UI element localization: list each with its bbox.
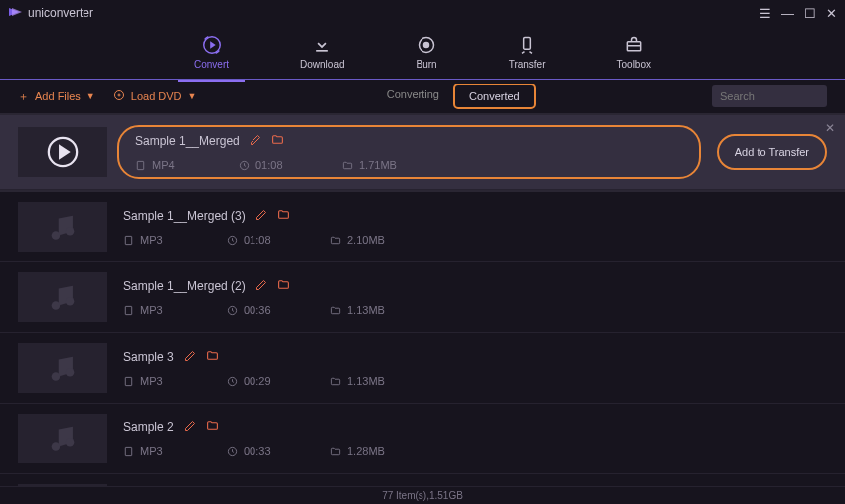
edit-icon[interactable] (255, 279, 267, 294)
item-format: MP3 (123, 304, 181, 316)
item-format: MP3 (123, 234, 181, 246)
maximize-button[interactable]: ☐ (804, 6, 816, 21)
item-name: Sample 1__Merged (3) (123, 209, 246, 223)
edit-icon[interactable] (250, 134, 261, 149)
item-format: MP3 (123, 375, 181, 387)
item-name: Sample 2 (123, 420, 174, 434)
load-dvd-button[interactable]: Load DVD ▼ (113, 89, 197, 103)
tab-converted[interactable]: Converted (453, 84, 536, 109)
svg-point-19 (52, 301, 61, 310)
list-item[interactable]: Sample 2 MP3 00:33 1.28MB (0, 404, 845, 474)
edit-icon[interactable] (255, 209, 267, 224)
download-icon (312, 35, 332, 55)
list-item[interactable]: Sample 3 MP3 00:29 1.13MB (0, 333, 845, 404)
item-duration: 00:29 (227, 375, 284, 387)
svg-rect-21 (125, 306, 131, 314)
item-name: Sample 1__Merged (2) (123, 279, 246, 293)
svg-point-27 (52, 442, 61, 451)
audio-thumbnail[interactable] (18, 414, 107, 463)
chevron-down-icon: ▼ (188, 91, 197, 101)
svg-marker-3 (210, 41, 216, 48)
item-size: 1.71MB (342, 159, 427, 171)
svg-rect-4 (316, 50, 328, 52)
svg-point-15 (52, 231, 61, 240)
svg-rect-7 (524, 38, 531, 50)
list-item[interactable]: Sample 1__Merged (2) MP3 00:36 1.13MB (0, 262, 845, 333)
svg-point-24 (66, 368, 75, 377)
list-item[interactable]: Sample 1 MP3 00:04 140.48KB (0, 474, 845, 486)
nav-label: Toolbox (617, 59, 651, 70)
add-files-label: Add Files (35, 90, 81, 102)
folder-icon[interactable] (206, 349, 219, 365)
svg-point-6 (424, 43, 429, 48)
close-button[interactable]: ✕ (826, 6, 837, 21)
video-thumbnail[interactable] (18, 127, 107, 177)
plus-icon: ＋ (18, 89, 29, 104)
audio-thumbnail[interactable] (18, 484, 107, 486)
list-item[interactable]: Sample 1__Merged (3) MP3 01:08 2.10MB (0, 192, 845, 262)
folder-icon[interactable] (271, 133, 284, 149)
svg-point-28 (66, 438, 75, 447)
nav-burn[interactable]: Burn (409, 31, 445, 74)
app-logo-icon (8, 5, 22, 22)
audio-thumbnail[interactable] (18, 202, 107, 252)
edit-icon[interactable] (184, 420, 196, 435)
toolbar: ＋ Add Files ▼ Load DVD ▼ Converting Conv… (0, 80, 845, 113)
transfer-icon (517, 35, 537, 55)
main-nav: Convert Download Burn Transfer Toolbox (0, 26, 845, 80)
toolbox-icon (624, 35, 644, 55)
svg-rect-13 (137, 161, 143, 169)
nav-label: Convert (194, 59, 229, 70)
item-duration: 01:08 (239, 159, 296, 171)
nav-download[interactable]: Download (292, 31, 352, 74)
nav-label: Transfer (509, 59, 546, 70)
svg-rect-29 (125, 447, 131, 455)
nav-label: Burn (417, 59, 437, 70)
file-list[interactable]: Sample 1__Merged MP4 01:08 1.71MB Add to… (0, 113, 845, 486)
convert-icon (201, 35, 223, 55)
menu-button[interactable]: ☰ (760, 6, 771, 21)
item-size: 1.13MB (330, 304, 416, 316)
svg-rect-17 (125, 236, 131, 244)
add-to-transfer-button[interactable]: Add to Transfer (717, 134, 827, 170)
list-item[interactable]: Sample 1__Merged MP4 01:08 1.71MB Add to… (0, 115, 845, 190)
audio-thumbnail[interactable] (18, 343, 107, 393)
disc-icon (113, 89, 125, 103)
burn-icon (417, 35, 436, 55)
close-icon[interactable]: ✕ (825, 121, 835, 135)
item-duration: 00:33 (227, 445, 284, 457)
nav-label: Download (300, 59, 344, 70)
load-dvd-label: Load DVD (131, 90, 182, 102)
item-duration: 00:36 (227, 304, 284, 316)
folder-icon[interactable] (206, 420, 219, 435)
titlebar: uniconverter ☰ — ☐ ✕ (0, 0, 845, 26)
edit-icon[interactable] (184, 350, 196, 365)
folder-icon[interactable] (277, 208, 290, 224)
add-files-button[interactable]: ＋ Add Files ▼ (18, 89, 95, 104)
svg-rect-25 (125, 377, 131, 385)
item-format: MP3 (123, 445, 181, 457)
svg-point-16 (66, 227, 75, 236)
window-controls: ☰ — ☐ ✕ (760, 6, 837, 21)
svg-marker-1 (12, 8, 22, 16)
audio-thumbnail[interactable] (18, 272, 107, 322)
item-format: MP4 (135, 159, 193, 171)
minimize-button[interactable]: — (781, 6, 794, 21)
tab-converting[interactable]: Converting (373, 84, 453, 109)
svg-marker-12 (60, 146, 68, 157)
search-input[interactable]: Search (712, 85, 827, 107)
folder-icon[interactable] (277, 278, 290, 294)
svg-point-20 (66, 297, 75, 306)
nav-transfer[interactable]: Transfer (501, 31, 554, 74)
svg-point-23 (52, 372, 61, 381)
chevron-down-icon: ▼ (86, 91, 95, 101)
item-size: 1.13MB (330, 375, 416, 387)
nav-convert[interactable]: Convert (186, 31, 237, 74)
svg-point-9 (114, 91, 123, 100)
search-placeholder: Search (720, 90, 755, 102)
svg-point-10 (118, 94, 120, 96)
item-name: Sample 3 (123, 350, 174, 364)
app-title: uniconverter (28, 6, 93, 20)
status-text: 77 Item(s),1.51GB (382, 490, 463, 501)
nav-toolbox[interactable]: Toolbox (609, 31, 659, 74)
